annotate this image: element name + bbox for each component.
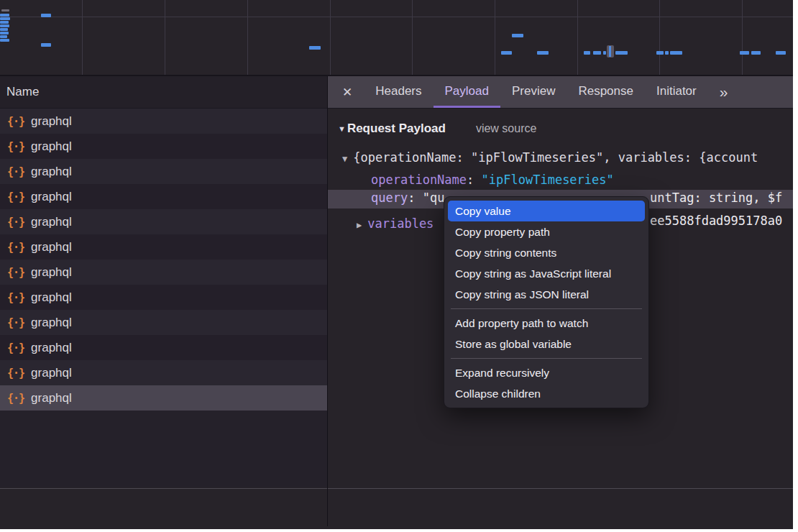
request-timing-bar [537, 51, 549, 55]
network-request-row[interactable]: {·}graphql [0, 184, 327, 209]
network-overview-waterfall[interactable] [0, 0, 793, 76]
tab-initiator[interactable]: Initiator [645, 76, 708, 108]
tab-response[interactable]: Response [567, 76, 645, 108]
more-tabs-icon[interactable]: » [710, 83, 737, 101]
network-request-row[interactable]: {·}graphql [0, 335, 327, 360]
menu-item-copy-value[interactable]: Copy value [448, 201, 645, 221]
colon: : [467, 173, 481, 187]
menu-item-copy-property-path[interactable]: Copy property path [444, 221, 648, 242]
request-name: graphql [31, 391, 72, 405]
request-name: graphql [31, 290, 72, 305]
overview-gridline [165, 0, 165, 75]
panel-divider[interactable] [327, 76, 328, 526]
request-timing-bar [740, 51, 749, 55]
overview-gridline [412, 0, 413, 75]
request-timing-bar [593, 51, 601, 55]
close-icon[interactable]: ✕ [328, 85, 364, 100]
request-timing-bar [0, 24, 9, 27]
menu-separator [451, 358, 642, 359]
operation-name-row[interactable]: operationName: "ipFlowTimeseries" [371, 173, 614, 187]
menu-item-collapse-children[interactable]: Collapse children [444, 383, 648, 404]
overview-gridline [577, 0, 578, 75]
json-fetch-icon: {·} [7, 266, 24, 279]
overview-gridline [82, 0, 83, 75]
request-timing-bar [41, 14, 51, 17]
name-column-header[interactable]: Name [0, 76, 327, 109]
selected-request-marker [607, 45, 614, 58]
network-request-row[interactable]: {·}graphql [0, 209, 327, 234]
network-request-row[interactable]: {·}graphql [0, 134, 327, 159]
request-name: graphql [31, 366, 72, 380]
request-payload-section-header[interactable]: ▼ Request Payload view source [338, 121, 536, 136]
request-timing-bar [512, 34, 523, 37]
tab-payload[interactable]: Payload [434, 76, 500, 108]
request-timing-bar [0, 14, 9, 17]
json-fetch-icon: {·} [7, 140, 24, 153]
tab-headers[interactable]: Headers [364, 76, 433, 108]
menu-separator [451, 308, 642, 309]
request-timing-bar [0, 17, 10, 20]
overview-gridline [495, 0, 495, 75]
property-value: "ipFlowTimeseries" [482, 173, 614, 187]
overview-gridline [0, 17, 793, 17]
devtools-window: Name {·}graphql{·}graphql{·}graphql{·}gr… [0, 0, 793, 529]
request-name: graphql [31, 165, 72, 179]
request-timing-bar [751, 51, 761, 55]
json-fetch-icon: {·} [7, 241, 24, 254]
detail-tabbar: ✕ HeadersPayloadPreviewResponseInitiator… [328, 76, 793, 109]
network-request-row[interactable]: {·}graphql [0, 109, 327, 134]
network-request-row[interactable]: {·}graphql [0, 310, 327, 335]
property-key: query [371, 191, 408, 205]
request-timing-bar [0, 32, 9, 35]
overview-gridline [247, 0, 248, 75]
screenshot-stage: Name {·}graphql{·}graphql{·}graphql{·}gr… [0, 0, 798, 532]
network-request-row[interactable]: {·}graphql [0, 260, 327, 285]
overview-gridline [659, 0, 660, 75]
payload-preview-row[interactable]: ▼{operationName: "ipFlowTimeseries", var… [342, 150, 758, 165]
network-request-row[interactable]: {·}graphql [0, 385, 327, 411]
request-timing-bar [0, 21, 9, 24]
json-fetch-icon: {·} [7, 341, 24, 354]
menu-item-store-as-global-variable[interactable]: Store as global variable [444, 334, 648, 354]
object-preview-text: {operationName: "ipFlowTimeseries", vari… [353, 150, 758, 165]
request-name: graphql [31, 341, 72, 355]
section-title: Request Payload [347, 121, 446, 136]
json-fetch-icon: {·} [7, 216, 24, 229]
view-source-link[interactable]: view source [476, 122, 536, 135]
request-timing-bar [665, 51, 669, 55]
menu-item-expand-recursively[interactable]: Expand recursively [444, 362, 648, 383]
network-request-row[interactable]: {·}graphql [0, 234, 327, 260]
request-timing-bar [0, 28, 8, 31]
menu-item-add-property-path-to-watch[interactable]: Add property path to watch [444, 313, 648, 334]
request-name: graphql [31, 316, 72, 330]
detail-tabs: HeadersPayloadPreviewResponseInitiator [364, 76, 707, 108]
request-name: graphql [31, 265, 72, 280]
request-name: graphql [31, 240, 72, 254]
property-value-continued: untTag: string, $f [650, 191, 782, 205]
expand-triangle-icon[interactable]: ▶ [357, 220, 362, 230]
network-request-row[interactable]: {·}graphql [0, 285, 327, 310]
collapse-triangle-icon[interactable]: ▼ [338, 124, 346, 133]
request-timing-bar [584, 51, 590, 55]
menu-item-copy-string-contents[interactable]: Copy string contents [444, 242, 648, 263]
network-request-row[interactable]: {·}graphql [0, 159, 327, 184]
overview-gridline [330, 0, 331, 75]
variables-row[interactable]: ▶variables [357, 216, 434, 231]
request-timing-bar [656, 51, 664, 55]
network-request-row[interactable]: {·}graphql [0, 360, 327, 385]
request-name: graphql [31, 215, 72, 229]
json-fetch-icon: {·} [7, 191, 24, 203]
request-timing-bar [776, 51, 786, 55]
request-timing-bar [0, 35, 7, 38]
context-menu: Copy valueCopy property pathCopy string … [444, 196, 649, 408]
summary-bar [0, 488, 793, 526]
menu-item-copy-string-as-json-literal[interactable]: Copy string as JSON literal [444, 284, 648, 305]
request-timing-bar [603, 51, 606, 55]
property-key: operationName [371, 173, 467, 187]
expand-triangle-icon[interactable]: ▼ [342, 154, 347, 164]
request-name: graphql [31, 190, 72, 204]
menu-item-copy-string-as-javascript-literal[interactable]: Copy string as JavaScript literal [444, 263, 648, 284]
tab-preview[interactable]: Preview [500, 76, 567, 108]
variables-value-continued: ee5588fdad995178a0 [650, 214, 782, 228]
request-name: graphql [31, 139, 72, 154]
